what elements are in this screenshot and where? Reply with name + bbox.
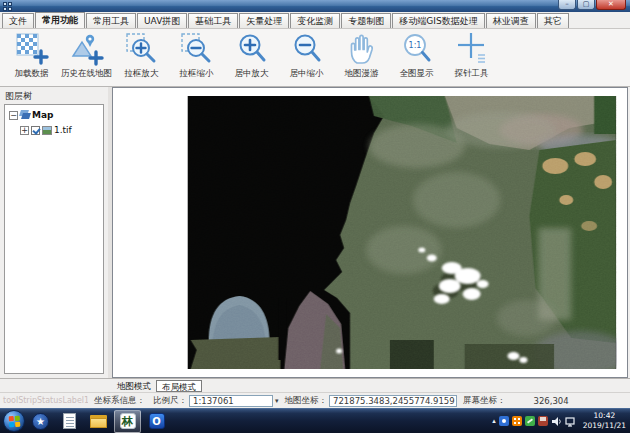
notepad-icon bbox=[63, 413, 76, 429]
tab-thematic-mapping[interactable]: 专题制图 bbox=[341, 13, 391, 28]
pan-hand-icon bbox=[344, 31, 380, 67]
screen-coord-value: 326,304 bbox=[534, 396, 569, 406]
tab-basic-tools[interactable]: 基础工具 bbox=[188, 13, 238, 28]
tool-label: 拉框放大 bbox=[125, 68, 159, 80]
tab-forestry-survey[interactable]: 林业调查 bbox=[486, 13, 536, 28]
tab-file[interactable]: 文件 bbox=[2, 13, 34, 28]
svg-text:1:1: 1:1 bbox=[408, 41, 421, 50]
main-toolbar: 加载数据 历史在线地图 拉框放大 bbox=[0, 29, 630, 87]
network-icon[interactable] bbox=[565, 416, 577, 427]
map-canvas[interactable] bbox=[112, 87, 628, 378]
speaker-icon[interactable] bbox=[551, 416, 562, 427]
layer-panel-title: 图层树 bbox=[0, 87, 108, 105]
tree-node-label: Map bbox=[32, 110, 53, 120]
clock-date: 2019/11/21 bbox=[583, 421, 626, 431]
map-coord-value: 721875.3483,2455774.9159 bbox=[329, 395, 457, 407]
dashed-box-zoom-out-icon bbox=[179, 31, 215, 67]
coord-system-label: 坐标系信息： bbox=[94, 395, 145, 407]
tray-green-app-icon[interactable] bbox=[525, 416, 535, 426]
raster-thumbnail-icon bbox=[42, 126, 52, 135]
main-area: 图层树 − Map + 1.tif bbox=[0, 87, 630, 378]
magnifier-plus-icon bbox=[234, 31, 270, 67]
load-data-grid-plus-icon bbox=[14, 31, 50, 67]
debug-status-label: toolStripStatusLabel1 bbox=[0, 396, 88, 405]
map-pin-plus-icon bbox=[69, 31, 105, 67]
tool-label: 全图显示 bbox=[400, 68, 434, 80]
close-button[interactable]: ✕ bbox=[596, 0, 626, 10]
scale-dropdown-icon[interactable]: ▾ bbox=[275, 397, 279, 405]
magnifier-1to1-icon: 1:1 bbox=[399, 31, 435, 67]
tab-uav-mosaic[interactable]: UAV拼图 bbox=[137, 13, 187, 28]
window-controls: – ▢ ✕ bbox=[558, 0, 626, 10]
tool-label: 探针工具 bbox=[455, 68, 489, 80]
tab-change-monitoring[interactable]: 变化监测 bbox=[290, 13, 340, 28]
taskbar-o-app[interactable]: O bbox=[143, 410, 170, 433]
expand-toggle-icon[interactable]: + bbox=[20, 126, 29, 135]
menu-tab-bar: 文件 常用功能 常用工具 UAV拼图 基础工具 矢量处理 变化监测 专题制图 移… bbox=[0, 12, 630, 29]
taskbar-forestry-gis-app[interactable]: 林 bbox=[114, 410, 141, 433]
layer-visibility-checkbox[interactable] bbox=[31, 126, 40, 135]
box-zoom-out-button[interactable]: 拉框缩小 bbox=[169, 31, 224, 83]
scale-combobox[interactable]: 1:137061 bbox=[189, 395, 273, 407]
history-online-map-button[interactable]: 历史在线地图 bbox=[59, 31, 114, 83]
tool-label: 拉框缩小 bbox=[180, 68, 214, 80]
tree-node-label: 1.tif bbox=[54, 125, 72, 135]
status-bar: toolStripStatusLabel1 坐标系信息： 比例尺： 1:1370… bbox=[0, 392, 630, 408]
tray-blue-app-icon[interactable] bbox=[499, 416, 509, 426]
maximize-button[interactable]: ▢ bbox=[577, 0, 595, 10]
map-layers-icon bbox=[20, 110, 30, 120]
tree-node-raster[interactable]: + 1.tif bbox=[5, 123, 103, 137]
tool-label: 居中放大 bbox=[235, 68, 269, 80]
clock-time: 10:42 bbox=[583, 411, 626, 421]
o-app-icon: O bbox=[149, 413, 165, 429]
tray-expand-icon[interactable]: ▴ bbox=[492, 417, 496, 425]
collapse-toggle-icon[interactable]: − bbox=[9, 111, 18, 120]
full-extent-button[interactable]: 1:1 全图显示 bbox=[389, 31, 444, 83]
crosshair-probe-icon bbox=[454, 31, 490, 67]
tab-common-tools[interactable]: 常用工具 bbox=[86, 13, 136, 28]
tree-node-map[interactable]: − Map bbox=[5, 108, 103, 122]
tab-vector-processing[interactable]: 矢量处理 bbox=[239, 13, 289, 28]
windows-taskbar: ★ 林 O ▴ bbox=[0, 408, 630, 433]
center-zoom-out-button[interactable]: 居中缩小 bbox=[279, 31, 334, 83]
load-data-button[interactable]: 加载数据 bbox=[4, 31, 59, 83]
folder-icon bbox=[90, 415, 107, 428]
view-mode-tabs: 地图模式 布局模式 bbox=[0, 378, 630, 392]
map-pan-button[interactable]: 地图漫游 bbox=[334, 31, 389, 83]
start-button[interactable] bbox=[3, 410, 25, 432]
taskbar-star-app[interactable]: ★ bbox=[27, 410, 54, 433]
taskbar-notepad-app[interactable] bbox=[56, 410, 83, 433]
map-mode-tab[interactable]: 地图模式 bbox=[112, 380, 156, 392]
taskbar-clock[interactable]: 10:42 2019/11/21 bbox=[583, 411, 626, 431]
satellite-map-view bbox=[113, 88, 627, 377]
layer-tree[interactable]: − Map + 1.tif bbox=[4, 104, 104, 374]
forestry-app-icon: 林 bbox=[120, 413, 136, 429]
magnifier-minus-icon bbox=[289, 31, 325, 67]
center-zoom-in-button[interactable]: 居中放大 bbox=[224, 31, 279, 83]
tab-other[interactable]: 其它 bbox=[537, 13, 569, 28]
tool-label: 历史在线地图 bbox=[61, 68, 112, 80]
map-coord-label: 地图坐标： bbox=[285, 395, 328, 407]
tool-label: 居中缩小 bbox=[290, 68, 324, 80]
tray-flag-app-icon[interactable] bbox=[538, 416, 548, 426]
title-bar[interactable]: – ▢ ✕ bbox=[0, 0, 630, 12]
layer-panel: 图层树 − Map + 1.tif bbox=[0, 87, 108, 378]
screen-coord-label: 屏幕坐标： bbox=[463, 395, 506, 407]
tab-mobile-gis-data[interactable]: 移动端GIS数据处理 bbox=[392, 13, 484, 28]
tool-label: 地图漫游 bbox=[345, 68, 379, 80]
probe-tool-button[interactable]: 探针工具 bbox=[444, 31, 499, 83]
taskbar-explorer-app[interactable] bbox=[85, 410, 112, 433]
system-tray: ▴ 10:42 2019/11/21 bbox=[492, 411, 630, 431]
layout-mode-tab[interactable]: 布局模式 bbox=[156, 380, 202, 392]
app-logo-icon bbox=[3, 2, 12, 11]
scale-label: 比例尺： bbox=[153, 395, 187, 407]
box-zoom-in-button[interactable]: 拉框放大 bbox=[114, 31, 169, 83]
tab-common-functions[interactable]: 常用功能 bbox=[35, 12, 85, 28]
dashed-box-zoom-in-icon bbox=[124, 31, 160, 67]
app-window: – ▢ ✕ 文件 常用功能 常用工具 UAV拼图 基础工具 矢量处理 变化监测 … bbox=[0, 0, 630, 433]
star-app-icon: ★ bbox=[32, 413, 49, 430]
windows-logo-icon bbox=[9, 416, 21, 428]
minimize-button[interactable]: – bbox=[558, 0, 576, 10]
tray-orange-grid-app-icon[interactable] bbox=[512, 416, 522, 426]
tool-label: 加载数据 bbox=[15, 68, 49, 80]
